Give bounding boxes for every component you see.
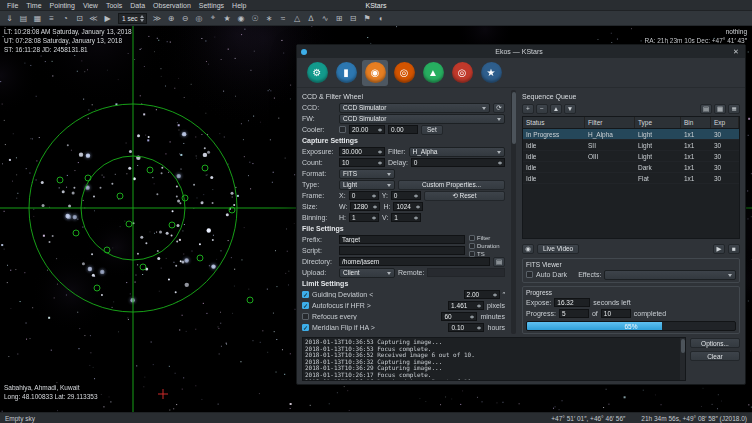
limit-value-field[interactable]: 2.00	[464, 290, 500, 299]
toolbar-icon-step-forward[interactable]: ≫	[151, 12, 164, 24]
queue-button-move-job-down[interactable]: ▼	[564, 104, 576, 114]
sequence-row[interactable]: Idle Flat 1x1 30	[523, 173, 739, 184]
refresh-devices-icon[interactable]: ⟳	[493, 103, 505, 113]
column-header[interactable]: Bin	[681, 117, 711, 128]
menu-item[interactable]: View	[79, 2, 102, 9]
ekos-tab-mount[interactable]: ▲	[420, 60, 446, 86]
toolbar-icon-play-pause[interactable]: ▶	[101, 12, 114, 24]
time-infobox[interactable]: LT: 10:28:08 AM Saturday, January 13, 20…	[4, 28, 132, 54]
sequence-row[interactable]: In Progress H_Alpha Light 1x1 30	[523, 129, 739, 140]
menu-item[interactable]: Time	[22, 2, 45, 9]
delay-field[interactable]: 0	[411, 158, 505, 167]
scrollbar-thumb[interactable]	[512, 92, 516, 144]
limit-checkbox[interactable]	[302, 324, 309, 331]
time-step-arrows[interactable]	[140, 15, 144, 22]
sequence-row[interactable]: Idle OIII Light 1x1 30	[523, 151, 739, 162]
menu-item[interactable]: Help	[228, 2, 250, 9]
frame-y-field[interactable]: 0	[391, 191, 421, 200]
toolbar-icon-supernovae-toggle[interactable]: ∗	[263, 12, 276, 24]
ekos-tab-guide[interactable]: ★	[478, 60, 504, 86]
queue-button-move-job-up[interactable]: ▲	[550, 104, 562, 114]
prefix-field[interactable]: Target	[339, 235, 465, 244]
bin-v-field[interactable]: 1	[391, 213, 421, 222]
queue-file-button-save-sequence[interactable]: ▦	[714, 104, 726, 114]
toolbar-icon-download-new-data[interactable]: ⇓	[3, 12, 16, 24]
toolbar-icon-constellation-lines-toggle[interactable]: △	[291, 12, 304, 24]
auto-dark-checkbox[interactable]	[526, 271, 533, 278]
limit-value-field[interactable]: 60	[441, 312, 477, 321]
remote-field[interactable]	[427, 268, 505, 277]
toolbar-icon-set-time[interactable]: ⊡	[73, 12, 86, 24]
menu-item[interactable]: Settings	[195, 2, 228, 9]
toolbar-icon-constellation-names-toggle[interactable]: ∆	[305, 12, 318, 24]
prefix-option[interactable]: TS	[469, 250, 505, 258]
ekos-tab-capture[interactable]: ◉	[362, 60, 388, 86]
live-video-button[interactable]: Live Video	[537, 244, 579, 254]
toolbar-icon-zoom-in[interactable]: ⊕	[165, 12, 178, 24]
cooler-temp-field[interactable]: 20.00	[349, 125, 385, 134]
limit-value-field[interactable]: 1.461	[448, 301, 484, 310]
toolbar-icon-save-sky-image[interactable]: ▦	[31, 12, 44, 24]
menu-item[interactable]: Tools	[102, 2, 126, 9]
queue-file-button-save-sequence-as[interactable]: ≣	[728, 104, 740, 114]
menu-item[interactable]: Pointing	[46, 2, 79, 9]
preview-icon[interactable]: ◉	[522, 244, 534, 254]
time-step-spinbox[interactable]: 1 sec	[118, 13, 147, 24]
directory-field[interactable]: /home/jasem	[339, 257, 490, 266]
bin-h-field[interactable]: 1	[349, 213, 379, 222]
prefix-option-checkbox[interactable]	[469, 243, 475, 249]
log-scrollbar-thumb[interactable]	[681, 339, 685, 353]
custom-properties-button[interactable]: Custom Properties...	[398, 180, 505, 190]
size-w-field[interactable]: 1280	[350, 202, 380, 211]
ekos-tab-setup[interactable]: ⚙	[304, 60, 330, 86]
capture-panel-scrollbar[interactable]	[511, 90, 516, 334]
queue-file-button-load-sequence[interactable]: ▤	[700, 104, 712, 114]
ekos-tab-focus[interactable]: ◎	[391, 60, 417, 86]
menu-item[interactable]: Observation	[149, 2, 195, 9]
stop-sequence-icon[interactable]: ■	[728, 244, 740, 254]
options-button[interactable]: Options...	[690, 338, 740, 348]
ekos-tab-align[interactable]: ◎	[449, 60, 475, 86]
upload-mode-select[interactable]: Client	[339, 268, 395, 278]
toolbar-icon-ekos[interactable]: ◐	[375, 12, 388, 24]
set-temperature-button[interactable]: Set	[421, 125, 443, 135]
limit-value-field[interactable]: 0.10	[448, 323, 484, 332]
column-header[interactable]: Exp	[711, 117, 739, 128]
count-field[interactable]: 10	[339, 158, 385, 167]
exposure-field[interactable]: 30.000	[339, 147, 385, 156]
limit-checkbox[interactable]	[302, 302, 309, 309]
location-infobox[interactable]: Sabahiya, Ahmadi, Kuwait Long: 48.100833…	[4, 384, 98, 402]
queue-button-add-job[interactable]: +	[522, 104, 534, 114]
prefix-option-checkbox[interactable]	[469, 251, 475, 257]
ccd-select[interactable]: CCD Simulator	[339, 103, 490, 113]
frame-type-select[interactable]: Light	[339, 180, 395, 190]
column-header[interactable]: Filter	[585, 117, 635, 128]
start-sequence-icon[interactable]: ▶	[713, 244, 725, 254]
toolbar-icon-time-to-now[interactable]: ◔	[59, 12, 72, 24]
toolbar-icon-horizon-toggle[interactable]: ⊟	[347, 12, 360, 24]
ekos-tab-indi[interactable]: ▮	[333, 60, 359, 86]
limit-checkbox[interactable]	[302, 313, 309, 320]
script-field[interactable]	[339, 246, 465, 255]
effects-select[interactable]	[604, 270, 736, 280]
toolbar-icon-step-backward[interactable]: ≪	[87, 12, 100, 24]
limit-checkbox[interactable]	[302, 291, 309, 298]
toolbar-icon-flags-toggle[interactable]: ⚑	[361, 12, 374, 24]
log-scrollbar[interactable]	[680, 338, 685, 380]
size-h-field[interactable]: 1024	[393, 202, 423, 211]
toolbar-icon-solar-system-toggle[interactable]: ☉	[249, 12, 262, 24]
toolbar-icon-satellites-toggle[interactable]: ≈	[277, 12, 290, 24]
toolbar-icon-stars-toggle[interactable]: ★	[221, 12, 234, 24]
focus-infobox[interactable]: nothing RA: 21h 23m 10s Dec: +47° 41′ 43…	[645, 28, 747, 46]
filter-wheel-select[interactable]: CCD Simulator	[339, 114, 505, 124]
ekos-titlebar[interactable]: Ekos — KStars ✕	[297, 45, 745, 58]
menu-item[interactable]: File	[3, 2, 22, 9]
clear-log-button[interactable]: Clear	[690, 351, 740, 361]
menu-item[interactable]: Data	[126, 2, 149, 9]
toolbar-icon-zoom-out[interactable]: ⊖	[179, 12, 192, 24]
filter-select[interactable]: H_Alpha	[409, 147, 506, 157]
column-header[interactable]: Type	[635, 117, 681, 128]
toolbar-icon-equatorial-grid-toggle[interactable]: ⊞	[333, 12, 346, 24]
toolbar-icon-milky-way-toggle[interactable]: ∿	[319, 12, 332, 24]
log-output[interactable]: 2018-01-13T10:36:53 Capturing image...20…	[302, 337, 686, 381]
